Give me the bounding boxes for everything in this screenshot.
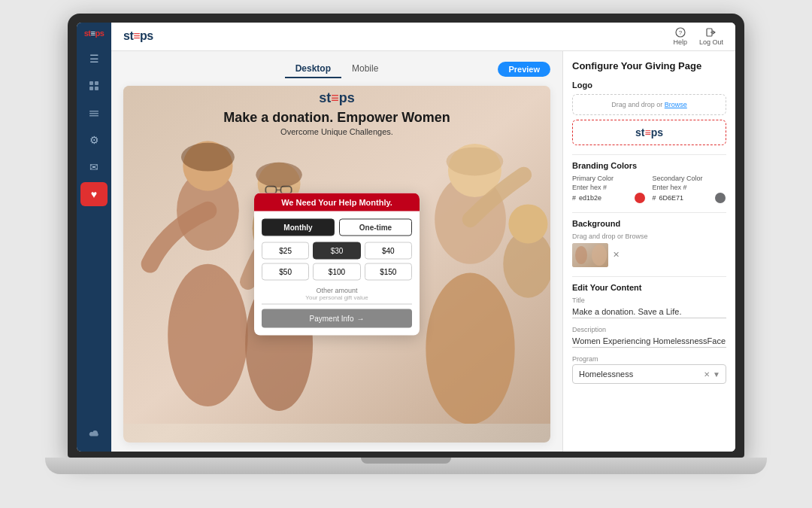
logo-upload-area[interactable]: Drag and drop or Browse xyxy=(572,94,726,115)
svg-point-20 xyxy=(426,272,514,424)
title-field[interactable] xyxy=(572,306,726,318)
monthly-tab[interactable]: Monthly xyxy=(262,218,335,236)
other-amount: Other amount Your personal gift value xyxy=(262,286,412,304)
payment-info-button[interactable]: Payment Info → xyxy=(262,309,412,327)
svg-rect-6 xyxy=(89,115,98,117)
logout-button[interactable]: Log Out xyxy=(699,27,723,46)
svg-point-25 xyxy=(447,147,504,175)
program-clear-button[interactable]: ✕ xyxy=(704,370,710,378)
laptop-screen: st≡ps ☰ xyxy=(68,14,744,458)
divider-2 xyxy=(572,212,726,213)
card-header: We Need Your Help Monthly. xyxy=(254,193,420,211)
svg-point-22 xyxy=(508,204,547,243)
title-input-group: Title xyxy=(572,297,726,318)
right-panel: Configure Your Giving Page Logo Drag and… xyxy=(562,51,735,452)
app-layout: st≡ps ☰ xyxy=(77,23,735,452)
sidebar-item-messages[interactable]: ✉ xyxy=(80,155,108,179)
logo-section-title: Logo xyxy=(572,81,726,90)
secondary-color-label: Secondary Color xyxy=(653,175,727,182)
sidebar-item-heart[interactable]: ♥ xyxy=(80,182,108,206)
bg-remove-button[interactable]: ✕ xyxy=(613,250,620,260)
content-title: Edit Your Content xyxy=(572,283,726,292)
sidebar-item-menu[interactable]: ☰ xyxy=(80,47,108,71)
description-field-label: Description xyxy=(572,326,726,333)
primary-color-label: Primary Color xyxy=(572,175,647,182)
svg-point-30 xyxy=(575,246,587,264)
arrow-icon: → xyxy=(356,314,364,322)
tab-desktop[interactable]: Desktop xyxy=(285,60,341,78)
bg-preview-row: ✕ xyxy=(572,243,726,267)
primary-color-circle xyxy=(635,193,645,203)
sidebar-item-dashboard[interactable] xyxy=(80,74,108,98)
amount-40[interactable]: $40 xyxy=(365,242,412,259)
svg-rect-2 xyxy=(89,87,93,90)
program-input-group: Program Homelessness Education Health ▼ xyxy=(572,355,726,384)
preview-header: Make a donation. Empower Women Overcome … xyxy=(123,110,550,136)
description-field[interactable] xyxy=(572,335,726,348)
bg-browse-link[interactable]: Browse xyxy=(626,233,648,240)
branding-section: Branding Colors Primary Color Enter hex … xyxy=(572,161,726,203)
amount-grid: $25 $30 $40 $50 $100 $150 xyxy=(262,242,412,280)
frequency-tabs: Monthly One-time xyxy=(262,218,412,236)
preview-main-title: Make a donation. Empower Women xyxy=(123,110,550,126)
logo-browse-link[interactable]: Browse xyxy=(665,101,687,108)
amount-150[interactable]: $150 xyxy=(365,263,412,280)
app-container: st≡ps ☰ xyxy=(77,23,735,452)
program-field-label: Program xyxy=(572,355,726,363)
primary-color-input[interactable] xyxy=(579,194,632,202)
donation-preview: st≡ps Make a donation. Empower Women Ove… xyxy=(123,86,550,443)
topbar-logo: st≡ps xyxy=(123,29,153,43)
bg-upload-text[interactable]: Drag and drop or Browse xyxy=(572,233,726,240)
amount-25[interactable]: $25 xyxy=(262,242,309,259)
primary-color-col: Primary Color Enter hex # # xyxy=(572,175,647,203)
sidebar-item-grid[interactable] xyxy=(80,101,108,125)
primary-color-hint: Enter hex # xyxy=(572,184,647,191)
sidebar-item-settings[interactable]: ⚙ xyxy=(80,128,108,152)
preview-button[interactable]: Preview xyxy=(498,62,550,77)
logo-section: Logo Drag and drop or Browse st≡ps xyxy=(572,81,726,145)
divider-1 xyxy=(572,154,726,155)
svg-rect-1 xyxy=(95,81,98,85)
svg-rect-5 xyxy=(89,113,98,114)
topbar-actions: ? Help Log Out xyxy=(673,27,723,46)
amount-100[interactable]: $100 xyxy=(313,263,360,280)
background-section: Background Drag and drop or Browse xyxy=(572,219,726,267)
laptop-base xyxy=(45,458,767,474)
svg-rect-4 xyxy=(89,111,98,112)
preview-background: st≡ps Make a donation. Empower Women Ove… xyxy=(123,86,550,443)
branding-title: Branding Colors xyxy=(572,161,726,170)
onetime-tab[interactable]: One-time xyxy=(339,218,412,236)
content-area: Desktop Mobile Preview xyxy=(111,51,735,452)
svg-point-24 xyxy=(181,142,235,171)
sidebar-logo: st≡ps xyxy=(84,29,105,38)
amount-30[interactable]: $30 xyxy=(313,242,360,259)
divider-3 xyxy=(572,276,726,277)
main-content: st≡ps ? Help xyxy=(111,23,735,452)
secondary-color-input[interactable] xyxy=(659,194,712,202)
content-section: Edit Your Content Title Description xyxy=(572,283,726,384)
svg-point-31 xyxy=(592,245,607,266)
sidebar-item-cloud[interactable] xyxy=(80,421,108,446)
primary-color-input-row: # xyxy=(572,193,647,203)
view-tabs: Desktop Mobile Preview xyxy=(123,60,550,78)
svg-point-14 xyxy=(168,263,248,406)
background-title: Background xyxy=(572,219,726,228)
preview-logo: st≡ps xyxy=(123,90,550,106)
preview-subtitle: Overcome Unique Challenges. xyxy=(123,127,550,136)
tab-mobile[interactable]: Mobile xyxy=(341,60,389,78)
program-select-wrap: Homelessness Education Health ▼ ✕ xyxy=(572,364,726,384)
secondary-color-col: Secondary Color Enter hex # # xyxy=(653,175,727,203)
svg-rect-3 xyxy=(95,87,98,90)
preview-pane: Desktop Mobile Preview xyxy=(111,51,562,452)
logo-preview: st≡ps xyxy=(572,120,726,145)
description-input-group: Description xyxy=(572,326,726,348)
amount-50[interactable]: $50 xyxy=(262,263,309,280)
sidebar: st≡ps ☰ xyxy=(77,23,111,452)
svg-text:?: ? xyxy=(678,29,682,36)
svg-rect-0 xyxy=(89,81,93,85)
secondary-color-hint: Enter hex # xyxy=(653,184,727,191)
branding-row: Primary Color Enter hex # # xyxy=(572,175,726,203)
bg-thumbnail xyxy=(572,243,608,267)
help-button[interactable]: ? Help xyxy=(673,27,687,46)
svg-point-23 xyxy=(256,162,302,187)
